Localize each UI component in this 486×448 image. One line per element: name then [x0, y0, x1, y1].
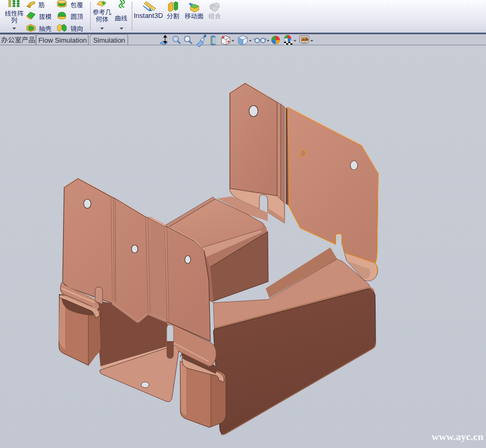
svg-text:www.ayc.cn: www.ayc.cn: [431, 431, 483, 442]
svg-text:Flow Simulation: Flow Simulation: [38, 36, 87, 44]
svg-text:Simulation: Simulation: [93, 36, 125, 44]
svg-text:Instant3D: Instant3D: [134, 12, 163, 19]
